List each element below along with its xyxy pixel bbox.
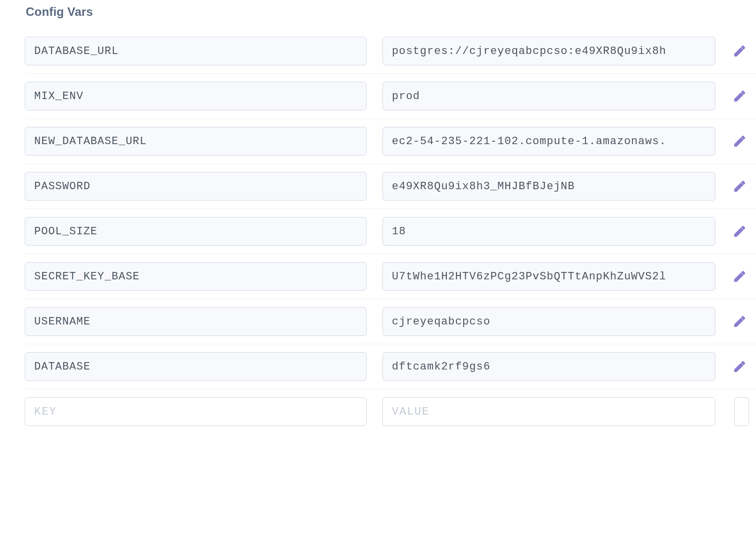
new-config-var-row	[25, 389, 756, 434]
edit-config-var-button[interactable]	[731, 313, 748, 330]
edit-config-var-button[interactable]	[731, 178, 748, 195]
section-title-config-vars: Config Vars	[26, 5, 756, 19]
pencil-icon	[733, 224, 747, 238]
config-var-value-field[interactable]: 18	[382, 217, 715, 246]
config-var-value-field[interactable]: e49XR8Qu9ix8h3_MHJBfBJejNB	[382, 172, 715, 201]
config-var-row: SECRET_KEY_BASE U7tWhe1H2HTV6zPCg23PvSbQ…	[25, 254, 756, 299]
pencil-icon	[733, 44, 747, 58]
pencil-icon	[733, 360, 747, 373]
edit-config-var-button[interactable]	[731, 88, 748, 105]
config-var-row: POOL_SIZE 18	[25, 209, 756, 254]
config-var-value-field[interactable]: postgres://cjreyeqabcpcso:e49XR8Qu9ix8h	[382, 37, 715, 65]
edit-config-var-button[interactable]	[731, 133, 748, 150]
config-var-key-field[interactable]: PASSWORD	[25, 172, 367, 201]
edit-config-var-button[interactable]	[731, 43, 748, 59]
config-vars-list: DATABASE_URL postgres://cjreyeqabcpcso:e…	[25, 37, 756, 434]
config-var-value-field[interactable]: U7tWhe1H2HTV6zPCg23PvSbQTTtAnpKhZuWVS2l	[382, 262, 715, 291]
edit-config-var-button[interactable]	[731, 268, 748, 285]
pencil-icon	[733, 89, 747, 103]
config-var-value-field[interactable]: ec2-54-235-221-102.compute-1.amazonaws.	[382, 127, 715, 156]
config-var-key-field[interactable]: NEW_DATABASE_URL	[25, 127, 367, 156]
new-config-var-key-input[interactable]	[25, 397, 367, 426]
config-var-value-field[interactable]: prod	[382, 82, 715, 110]
config-var-row: DATABASE_URL postgres://cjreyeqabcpcso:e…	[25, 37, 756, 74]
config-var-row: DATABASE dftcamk2rf9gs6	[25, 344, 756, 389]
config-var-row: USERNAME cjreyeqabcpcso	[25, 299, 756, 344]
new-config-var-value-input[interactable]	[382, 397, 715, 426]
config-var-row: NEW_DATABASE_URL ec2-54-235-221-102.comp…	[25, 119, 756, 164]
config-var-key-field[interactable]: MIX_ENV	[25, 82, 367, 110]
config-var-key-field[interactable]: SECRET_KEY_BASE	[25, 262, 367, 291]
config-var-row: PASSWORD e49XR8Qu9ix8h3_MHJBfBJejNB	[25, 164, 756, 209]
pencil-icon	[733, 179, 747, 193]
config-var-key-field[interactable]: USERNAME	[25, 307, 367, 336]
config-var-value-field[interactable]: dftcamk2rf9gs6	[382, 352, 715, 381]
config-var-key-field[interactable]: POOL_SIZE	[25, 217, 367, 246]
config-var-value-field[interactable]: cjreyeqabcpcso	[382, 307, 715, 336]
pencil-icon	[733, 134, 747, 148]
pencil-icon	[733, 269, 747, 283]
config-var-row: MIX_ENV prod	[25, 74, 756, 119]
config-var-key-field[interactable]: DATABASE_URL	[25, 37, 367, 65]
edit-config-var-button[interactable]	[731, 358, 748, 375]
pencil-icon	[733, 315, 747, 328]
config-var-key-field[interactable]: DATABASE	[25, 352, 367, 381]
add-config-var-button[interactable]	[734, 397, 749, 426]
edit-config-var-button[interactable]	[731, 223, 748, 240]
